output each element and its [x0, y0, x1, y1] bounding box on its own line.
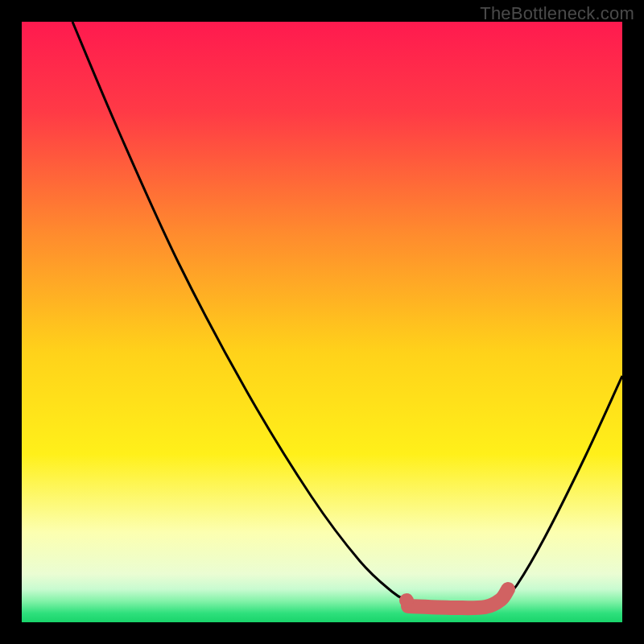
- chart-frame: TheBottleneck.com: [0, 0, 644, 644]
- watermark-text: TheBottleneck.com: [480, 3, 634, 24]
- bottleneck-curve-right: [502, 376, 622, 601]
- curves-layer: [22, 22, 622, 622]
- optimal-start-dot: [399, 593, 414, 608]
- bottleneck-curve-left: [72, 22, 407, 601]
- plot-area: [22, 22, 622, 622]
- optimal-band: [408, 589, 508, 608]
